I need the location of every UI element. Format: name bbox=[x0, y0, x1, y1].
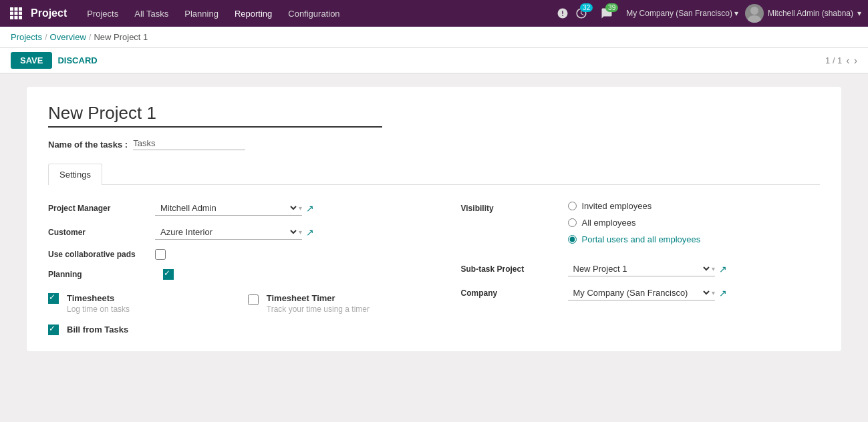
company-select-wrapper[interactable]: My Company (San Francisco) ▾ bbox=[568, 286, 715, 300]
nav-reporting[interactable]: Reporting bbox=[228, 6, 279, 21]
timesheets-feature: Timesheets Log time on tasks bbox=[48, 293, 221, 314]
timesheets-title: Timesheets bbox=[67, 293, 130, 303]
subtask-select-wrapper[interactable]: New Project 1 ▾ bbox=[568, 262, 715, 276]
message-badge: 39 bbox=[605, 3, 618, 12]
visibility-all-label: All employees bbox=[582, 218, 636, 228]
customer-ext-link[interactable]: ↗ bbox=[306, 227, 314, 238]
company-arrow-icon: ▾ bbox=[712, 289, 715, 296]
company-value: My Company (San Francisco) ▾ ↗ bbox=[568, 286, 821, 300]
subtask-arrow-icon: ▾ bbox=[712, 265, 715, 272]
timesheets-checkbox[interactable] bbox=[48, 293, 59, 304]
breadcrumb-projects[interactable]: Projects bbox=[11, 32, 42, 42]
grid-menu-icon[interactable] bbox=[7, 4, 25, 23]
svg-point-9 bbox=[750, 7, 758, 15]
project-manager-ext-link[interactable]: ↗ bbox=[306, 203, 314, 214]
nav-planning[interactable]: Planning bbox=[178, 6, 225, 21]
bill-from-tasks-title: Bill from Tasks bbox=[67, 325, 128, 335]
tabs: Settings bbox=[48, 164, 820, 185]
nav-projects[interactable]: Projects bbox=[80, 6, 125, 21]
user-menu[interactable]: Mitchell Admin (shabna) ▾ bbox=[745, 4, 861, 23]
customer-select-wrapper[interactable]: Azure Interior ▾ bbox=[155, 225, 302, 240]
feature-grid: Timesheets Log time on tasks Timesheet T… bbox=[48, 293, 421, 335]
svg-rect-0 bbox=[10, 7, 13, 11]
planning-checkbox[interactable] bbox=[163, 269, 174, 280]
planning-row: Planning bbox=[48, 269, 421, 280]
activity-badge: 32 bbox=[580, 3, 593, 12]
visibility-all-radio[interactable] bbox=[568, 218, 577, 227]
visibility-row: Visibility Invited employees All employe… bbox=[461, 201, 821, 251]
visibility-invited-radio[interactable] bbox=[568, 202, 577, 210]
app-title: Project bbox=[31, 7, 67, 19]
customer-label: Customer bbox=[48, 228, 155, 237]
tasks-name-label: Name of the tasks : bbox=[48, 140, 128, 150]
customer-arrow-icon: ▾ bbox=[299, 228, 302, 236]
subtask-value: New Project 1 ▾ ↗ bbox=[568, 262, 821, 276]
timer-checkbox[interactable] bbox=[248, 294, 259, 305]
pagination-label: 1 / 1 bbox=[825, 55, 842, 65]
visibility-options: Invited employees All employees Portal u… bbox=[568, 201, 701, 251]
bill-from-tasks-feature: Bill from Tasks bbox=[48, 325, 221, 335]
breadcrumb-current: New Project 1 bbox=[94, 32, 148, 42]
subtask-ext-link[interactable]: ↗ bbox=[719, 264, 727, 274]
timesheets-subtitle: Log time on tasks bbox=[67, 304, 130, 314]
timer-feature: Timesheet Timer Track your time using a … bbox=[248, 293, 421, 314]
customer-select[interactable]: Azure Interior bbox=[155, 225, 299, 239]
company-select[interactable]: My Company (San Francisco) bbox=[568, 286, 712, 300]
svg-rect-3 bbox=[10, 12, 13, 15]
collab-pads-label: Use collaborative pads bbox=[48, 250, 155, 259]
message-icon[interactable]: 39 bbox=[601, 7, 613, 19]
project-title[interactable] bbox=[48, 103, 820, 138]
project-manager-select[interactable]: Mitchell Admin bbox=[155, 201, 299, 215]
project-manager-label: Project Manager bbox=[48, 204, 155, 213]
tab-settings[interactable]: Settings bbox=[48, 164, 102, 185]
form-right: Visibility Invited employees All employe… bbox=[448, 201, 821, 335]
form-left: Project Manager Mitchell Admin ▾ ↗ Custo… bbox=[48, 201, 421, 335]
breadcrumb-overview[interactable]: Overview bbox=[50, 32, 86, 42]
topnav-right: 32 39 My Company (San Francisco) ▾ Mitch… bbox=[557, 4, 861, 23]
collab-pads-row: Use collaborative pads bbox=[48, 249, 421, 260]
visibility-portal-label: Portal users and all employees bbox=[582, 234, 701, 244]
visibility-all-employees: All employees bbox=[568, 218, 701, 228]
subtask-select[interactable]: New Project 1 bbox=[568, 262, 712, 276]
avatar bbox=[745, 4, 764, 23]
project-manager-value: Mitchell Admin ▾ ↗ bbox=[155, 201, 421, 216]
bill-from-tasks-checkbox[interactable] bbox=[48, 325, 59, 335]
project-manager-select-wrapper[interactable]: Mitchell Admin ▾ bbox=[155, 201, 302, 216]
project-manager-row: Project Manager Mitchell Admin ▾ ↗ bbox=[48, 201, 421, 216]
svg-point-10 bbox=[748, 15, 761, 23]
discard-button[interactable]: DISCARD bbox=[57, 55, 97, 65]
breadcrumb: Projects / Overview / New Project 1 bbox=[0, 27, 868, 48]
company-ext-link[interactable]: ↗ bbox=[719, 288, 727, 298]
visibility-invited-label: Invited employees bbox=[582, 201, 652, 211]
save-button[interactable]: SAVE bbox=[11, 52, 52, 69]
toolbar-left: SAVE DISCARD bbox=[11, 52, 98, 69]
project-title-input[interactable] bbox=[48, 103, 382, 128]
collab-pads-checkbox[interactable] bbox=[155, 249, 166, 260]
timer-title: Timesheet Timer bbox=[267, 293, 370, 303]
select-arrow-icon: ▾ bbox=[299, 204, 302, 212]
nav-configuration[interactable]: Configuration bbox=[281, 6, 346, 21]
visibility-portal-radio[interactable] bbox=[568, 235, 577, 244]
next-button[interactable]: › bbox=[854, 55, 857, 67]
debug-icon[interactable] bbox=[557, 7, 569, 19]
subtask-project-row: Sub-task Project New Project 1 ▾ ↗ bbox=[461, 262, 821, 276]
svg-rect-7 bbox=[15, 16, 18, 19]
tasks-name-input[interactable] bbox=[133, 138, 245, 150]
company-label: Company bbox=[461, 288, 568, 298]
top-navigation: Project Projects All Tasks Planning Repo… bbox=[0, 0, 868, 27]
activity-icon[interactable]: 32 bbox=[575, 7, 587, 19]
svg-rect-2 bbox=[19, 7, 22, 11]
subtask-label: Sub-task Project bbox=[461, 264, 568, 274]
main-content: Name of the tasks : Settings Project Man… bbox=[0, 73, 868, 371]
nav-all-tasks[interactable]: All Tasks bbox=[128, 6, 175, 21]
svg-rect-6 bbox=[10, 16, 13, 19]
svg-rect-8 bbox=[19, 16, 22, 19]
customer-value: Azure Interior ▾ ↗ bbox=[155, 225, 421, 240]
svg-rect-4 bbox=[15, 12, 18, 15]
timer-subtitle: Track your time using a timer bbox=[267, 304, 370, 314]
visibility-label: Visibility bbox=[461, 201, 568, 213]
company-selector[interactable]: My Company (San Francisco) ▾ bbox=[626, 9, 738, 18]
nav-links: Projects All Tasks Planning Reporting Co… bbox=[80, 6, 554, 21]
toolbar-right: 1 / 1 ‹ › bbox=[825, 55, 857, 67]
prev-button[interactable]: ‹ bbox=[846, 55, 849, 67]
